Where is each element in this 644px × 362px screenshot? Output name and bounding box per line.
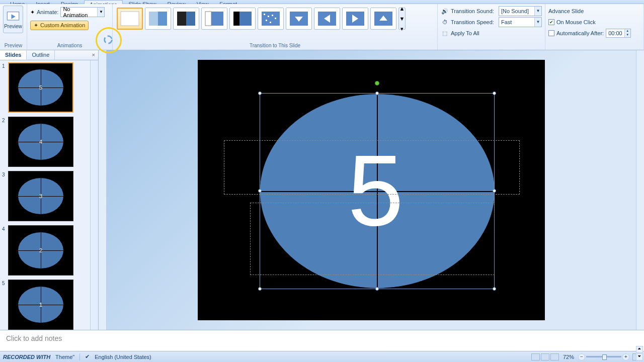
thumb-preview[interactable]: 1 (8, 280, 73, 330)
animate-combo[interactable]: No Animation ▼ (60, 7, 105, 17)
prev-slide-icon[interactable]: ⏶ (636, 346, 643, 353)
thumbs-scrollbar[interactable] (90, 60, 98, 330)
chevron-down-icon: ▼ (534, 18, 541, 27)
zoom-value[interactable]: 72% (563, 354, 574, 360)
tab-animations[interactable]: Animations (84, 0, 122, 4)
status-theme: Theme" (55, 354, 74, 360)
selection-textbox-2[interactable] (250, 203, 495, 275)
auto-after-label: Automatically After: (556, 30, 604, 36)
on-click-label: On Mouse Click (556, 19, 596, 25)
speed-icon: ⏱ (441, 18, 449, 26)
slide-canvas[interactable]: 5 (107, 50, 636, 330)
transition-wipe-up[interactable] (370, 8, 396, 30)
view-sorter-icon[interactable] (541, 353, 549, 360)
tab-design[interactable]: Design (56, 0, 83, 4)
transition-cut-black[interactable] (229, 8, 256, 30)
custom-animation-button[interactable]: ✦ Custom Animation (30, 21, 89, 30)
status-language[interactable]: English (United States) (95, 354, 151, 360)
slide-thumb-4[interactable]: 42 (0, 223, 91, 278)
speed-value: Fast (499, 19, 534, 25)
ruler-v (99, 50, 107, 330)
sound-combo[interactable]: [No Sound]▼ (499, 6, 542, 16)
auto-after-checkbox[interactable] (548, 30, 554, 36)
svg-rect-17 (275, 18, 276, 19)
svg-rect-2 (121, 12, 139, 26)
zoom-in-icon[interactable]: + (622, 353, 629, 360)
transition-fade-black[interactable] (173, 8, 199, 30)
tab-format[interactable]: Format (214, 0, 242, 4)
pane-tab-slides[interactable]: Slides (0, 50, 27, 60)
tab-view[interactable]: View (192, 0, 214, 4)
auto-after-spinner[interactable]: 00:00▲▼ (606, 29, 631, 38)
tab-home[interactable]: Home (5, 0, 30, 4)
zoom-out-icon[interactable]: − (578, 353, 585, 360)
spinner-up-icon[interactable]: ▲ (624, 29, 630, 33)
transition-wipe-down[interactable] (286, 8, 312, 30)
view-slideshow-icon[interactable] (550, 353, 559, 360)
thumb-number: 2 (2, 117, 8, 167)
animations-group-label: Animations (30, 42, 109, 50)
chevron-down-icon: ▼ (534, 7, 541, 16)
next-slide-icon[interactable]: ⏷ (636, 353, 643, 360)
apply-all-button[interactable]: Apply To All (451, 30, 479, 36)
svg-rect-16 (270, 22, 271, 23)
svg-point-26 (105, 36, 112, 44)
transition-group-label: Transition to This Slide (116, 42, 434, 50)
transition-none[interactable] (117, 8, 143, 30)
spinner-down-icon[interactable]: ▼ (624, 33, 630, 37)
svg-rect-12 (264, 14, 265, 15)
slide-thumb-3[interactable]: 33 (0, 169, 91, 223)
thumb-number: 5 (2, 280, 8, 330)
slides-pane: Slides Outline × 1524334251 (0, 50, 99, 330)
custom-animation-label: Custom Animation (40, 22, 85, 28)
preview-label: Preview (4, 24, 22, 29)
speed-label: Transition Speed: (451, 19, 494, 25)
thumb-preview[interactable]: 2 (8, 225, 73, 276)
transition-wipe-left[interactable] (314, 8, 340, 30)
animate-star-icon: ✦ (30, 9, 35, 16)
transition-options-label (441, 47, 542, 50)
slide-thumb-5[interactable]: 51 (0, 278, 91, 330)
loading-spinner-icon (103, 34, 114, 45)
tab-slideshow[interactable]: Slide Show (124, 0, 162, 4)
transition-gallery-more[interactable]: ▲▼▾ (398, 8, 406, 30)
transition-cut[interactable] (201, 8, 227, 30)
sound-label: Transition Sound: (451, 8, 494, 14)
canvas-scrollbar[interactable]: ⏶ ⏷ (636, 50, 644, 330)
thumb-number: 3 (2, 171, 8, 221)
zoom-slider[interactable] (586, 356, 621, 357)
current-slide[interactable]: 5 (198, 60, 545, 320)
star-icon: ✦ (34, 22, 38, 29)
svg-rect-10 (233, 12, 239, 26)
tab-review[interactable]: Review (163, 0, 191, 4)
svg-rect-4 (149, 12, 158, 26)
chevron-down-icon: ▼ (97, 8, 104, 17)
transition-fade[interactable] (145, 8, 171, 30)
slide-thumb-1[interactable]: 15 (0, 60, 91, 115)
pane-close-icon[interactable]: × (89, 50, 98, 60)
preview-button[interactable]: Preview (3, 6, 23, 33)
selection-textbox-1[interactable] (224, 140, 520, 195)
sound-value: [No Sound] (499, 8, 534, 14)
status-bar: RECORDED WITH Theme" ✔ English (United S… (0, 351, 644, 362)
thumb-preview[interactable]: 4 (8, 117, 73, 167)
advance-group-label (548, 47, 640, 50)
animate-label: Animate: (37, 9, 58, 15)
svg-rect-8 (205, 12, 211, 26)
speed-combo[interactable]: Fast▼ (499, 17, 542, 27)
transition-wipe-right[interactable] (342, 8, 368, 30)
tab-insert[interactable]: Insert (31, 0, 55, 4)
svg-rect-15 (272, 15, 273, 16)
view-normal-icon[interactable] (531, 353, 540, 360)
transition-dissolve[interactable] (258, 8, 284, 30)
rotation-handle[interactable] (375, 81, 379, 85)
notes-area[interactable]: Click to add notes (0, 330, 644, 351)
thumb-preview[interactable]: 3 (8, 171, 73, 221)
spellcheck-icon[interactable]: ✔ (85, 353, 90, 360)
menu-tabs: Home Insert Design Animations Slide Show… (0, 0, 644, 4)
thumb-preview[interactable]: 5 (8, 62, 73, 113)
svg-rect-14 (266, 20, 267, 21)
pane-tab-outline[interactable]: Outline (27, 50, 55, 60)
slide-thumb-2[interactable]: 24 (0, 115, 91, 169)
on-click-checkbox[interactable]: ✔ (548, 19, 554, 25)
